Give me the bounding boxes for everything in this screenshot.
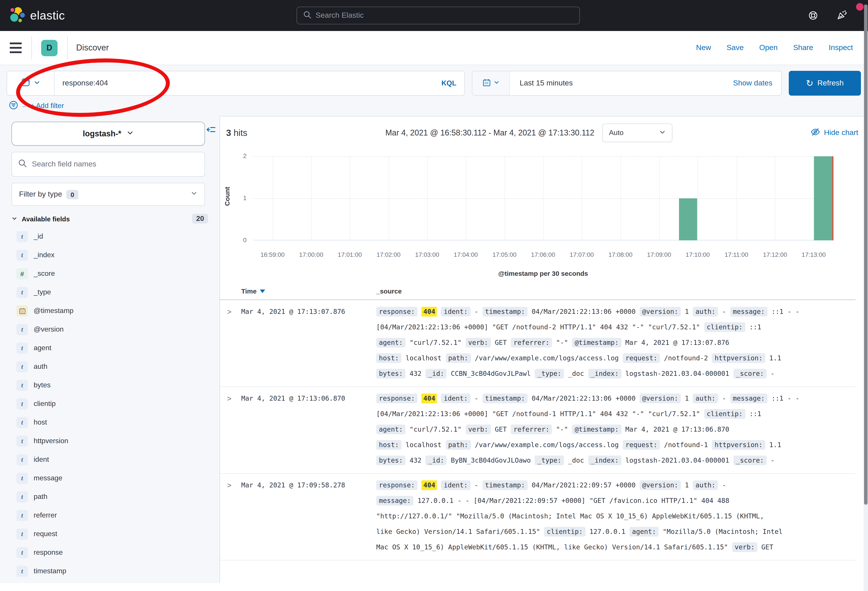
field-name-badge: timestamp: [482, 480, 528, 490]
histogram-bar-17:09:30[interactable] [679, 198, 697, 240]
text-field-icon: t [16, 454, 28, 465]
expand-row-icon[interactable]: > [220, 391, 241, 468]
field-name: @timestamp [34, 307, 74, 315]
saved-query-menu[interactable] [7, 71, 55, 95]
field-name-badge: ident: [441, 480, 470, 490]
time-range-value[interactable]: Last 15 minutes [510, 79, 733, 88]
field-value: "curl/7.52.1" [409, 426, 461, 433]
field-item-request[interactable]: trequest [0, 525, 220, 543]
nav-action-open[interactable]: Open [759, 43, 778, 52]
collapse-sidebar-icon[interactable] [206, 125, 216, 136]
field-item-index[interactable]: t_index [0, 246, 220, 264]
field-value: 1 [685, 308, 689, 316]
field-item-bytes[interactable]: tbytes [0, 376, 220, 394]
field-value: 127.0.0.1 [589, 528, 626, 536]
field-name: clientip [34, 400, 56, 408]
filter-by-type[interactable]: Filter by type 0 [12, 183, 205, 206]
query-text[interactable]: response:404 [55, 79, 441, 88]
row-source: response: 404 ident: - timestamp: 04/Mar… [376, 391, 856, 468]
field-item-message[interactable]: tmessage [0, 469, 220, 488]
field-value: like Gecko) Version/14.1 Safari/605.1.15… [376, 528, 540, 536]
quick-select-menu[interactable] [472, 71, 510, 95]
field-list: t_idt_index#_scoret_type@timestampt@vers… [0, 227, 220, 581]
add-filter-button[interactable]: + Add filter [30, 102, 64, 110]
filter-icon[interactable] [9, 100, 19, 112]
nav-action-inspect[interactable]: Inspect [829, 43, 853, 52]
field-item-version[interactable]: t@version [0, 320, 220, 339]
newsfeed-icon[interactable] [836, 9, 847, 22]
field-item-type[interactable]: t_type [0, 283, 220, 301]
text-field-icon: t [16, 566, 28, 576]
field-item-clientip[interactable]: tclientip [0, 394, 220, 413]
field-value: Mar 4, 2021 @ 17:13:07.876 [626, 339, 729, 347]
field-name-badge: response: [376, 307, 418, 316]
field-value: 432 [409, 369, 421, 378]
elastic-logo[interactable]: elastic [0, 6, 65, 25]
discover-app-badge[interactable]: D [41, 40, 58, 56]
field-name-badge: bytes: [376, 369, 406, 378]
field-item-referrer[interactable]: treferrer [0, 506, 220, 525]
expand-row-icon[interactable]: > [220, 478, 241, 555]
field-item-timestamp[interactable]: @timestamp [0, 301, 220, 320]
field-value: ::1 - - [772, 394, 799, 402]
field-value: 04/Mar/2021:22:09:57 +0000 [531, 481, 636, 489]
field-name-badge: response: [376, 480, 418, 490]
field-item-id[interactable]: t_id [0, 227, 220, 246]
nav-action-new[interactable]: New [696, 43, 711, 52]
number-field-icon: # [16, 268, 28, 279]
hide-chart-button[interactable]: Hide chart [810, 127, 858, 139]
global-search-input[interactable]: Search Elastic [297, 7, 580, 24]
field-name-badge: auth: [693, 393, 718, 403]
scrollbar-thumb[interactable] [864, 4, 868, 505]
available-fields-header[interactable]: Available fields 20 [12, 214, 208, 223]
query-strip: response:404 KQL [0, 65, 868, 116]
field-name: _id [34, 232, 43, 240]
histogram-bar-17:13:00[interactable] [814, 156, 833, 240]
field-item-response[interactable]: tresponse [0, 543, 220, 562]
field-value: ::1 - - [772, 308, 799, 316]
x-tick-label: 17:10:00 [686, 251, 710, 258]
field-item-timestamp[interactable]: ttimestamp [0, 562, 220, 581]
expand-row-icon[interactable]: > [220, 304, 241, 381]
hits-count: 3 hits [226, 128, 247, 138]
field-item-httpversion[interactable]: thttpversion [0, 431, 220, 450]
table-row: >Mar 4, 2021 @ 17:13:07.876response: 404… [220, 300, 856, 387]
index-pattern-selector[interactable]: logstash-* [12, 122, 205, 146]
field-item-ident[interactable]: tident [0, 450, 220, 469]
field-name-badge: httpversion: [712, 440, 765, 450]
nav-action-share[interactable]: Share [793, 43, 813, 52]
refresh-button[interactable]: ↻ Refresh [789, 71, 861, 96]
chevron-down-icon [127, 129, 134, 138]
content: logstash-* Search field names Filter by … [0, 116, 868, 583]
field-item-host[interactable]: thost [0, 413, 220, 431]
page-scrollbar[interactable] [864, 0, 868, 591]
field-value: localhost [406, 354, 441, 362]
query-input[interactable]: response:404 KQL [7, 71, 465, 96]
filter-separator: – [22, 102, 27, 109]
field-value: "-" [556, 339, 568, 347]
show-dates-button[interactable]: Show dates [733, 79, 781, 88]
query-language-button[interactable]: KQL [441, 79, 464, 87]
x-tick-label: 17:04:00 [454, 251, 478, 258]
field-value: logstash-2021.03.04-000001 [626, 369, 729, 378]
table-header: Time _source [220, 282, 856, 300]
field-value: 1 [685, 481, 689, 489]
menu-icon[interactable] [10, 43, 22, 53]
field-item-agent[interactable]: tagent [0, 339, 220, 357]
time-column-header[interactable]: Time [241, 287, 376, 295]
help-icon[interactable] [808, 10, 818, 22]
field-name-badge: verb: [465, 424, 491, 434]
field-item-score[interactable]: #_score [0, 264, 220, 283]
field-name: ident [34, 455, 49, 464]
interval-select[interactable]: Auto [602, 124, 672, 142]
notification-dot [856, 3, 864, 10]
chart-plot-area[interactable] [253, 156, 833, 240]
nav-action-save[interactable]: Save [726, 43, 744, 52]
field-name-badge: _id: [425, 455, 447, 465]
field-item-auth[interactable]: tauth [0, 357, 220, 376]
field-name-badge: path: [446, 353, 471, 363]
field-item-path[interactable]: tpath [0, 488, 220, 506]
field-search-input[interactable]: Search field names [12, 152, 205, 177]
x-tick-label: 17:02:00 [376, 251, 401, 258]
text-field-icon: t [16, 250, 28, 260]
